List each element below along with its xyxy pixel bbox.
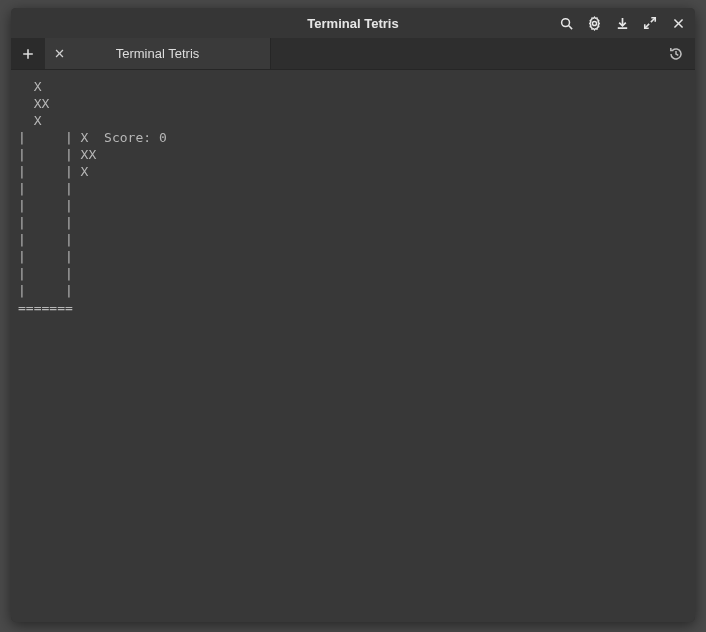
new-tab-button[interactable] <box>11 38 45 69</box>
tab-terminal-tetris[interactable]: Terminal Tetris <box>45 38 271 69</box>
titlebar-controls <box>553 8 691 38</box>
fullscreen-icon[interactable] <box>637 10 663 36</box>
history-icon[interactable] <box>661 38 691 70</box>
tab-close-icon[interactable] <box>45 48 73 59</box>
download-icon[interactable] <box>609 10 635 36</box>
terminal-output[interactable]: X XX X | | X Score: 0 | | XX | | X | | |… <box>11 70 695 622</box>
titlebar[interactable]: Terminal Tetris <box>11 8 695 38</box>
tabbar: Terminal Tetris <box>11 38 695 70</box>
tab-label: Terminal Tetris <box>73 46 270 61</box>
svg-point-0 <box>561 18 569 26</box>
gear-icon[interactable] <box>581 10 607 36</box>
terminal-window: Terminal Tetris <box>11 8 695 622</box>
search-icon[interactable] <box>553 10 579 36</box>
close-icon[interactable] <box>665 10 691 36</box>
svg-line-1 <box>568 25 572 29</box>
